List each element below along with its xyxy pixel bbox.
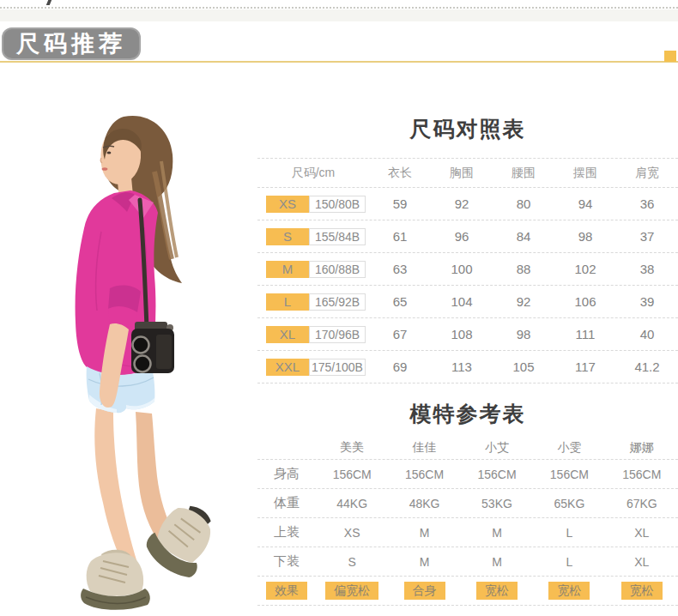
effect-cell: 宽松	[461, 577, 533, 605]
model-value: M	[461, 518, 533, 547]
model-value: 53KG	[461, 489, 533, 517]
model-photo-illustration	[51, 112, 257, 616]
size-spec-box: 175/100B	[309, 359, 366, 376]
column-header: 腰围	[493, 159, 554, 187]
measurement-value: 65	[369, 286, 431, 317]
size-chart-table: 尺码/cm 衣长 胸围 腰围 摆围 肩宽 XS 150/80B 59 92 80…	[257, 158, 678, 383]
measurement-value: 92	[493, 286, 554, 317]
column-header: 尺码/cm	[257, 159, 369, 187]
model-chart-title: 模特参考表	[257, 400, 678, 428]
size-badge: S	[266, 228, 309, 245]
measurement-value: 98	[493, 318, 554, 350]
size-spec-box: 170/96B	[309, 326, 366, 343]
model-value: 156CM	[316, 460, 388, 488]
size-badge: L	[266, 293, 309, 311]
measurement-value: 41.2	[616, 351, 678, 383]
effect-value-badge: 合身	[404, 582, 445, 600]
size-recommendation-page: 尺码推荐	[0, 0, 678, 616]
model-value: 156CM	[533, 460, 605, 488]
table-row: XXL 175/100B 69 113 105 117 41.2	[257, 351, 678, 383]
top-light-band	[0, 9, 678, 21]
model-value: L	[533, 547, 605, 576]
model-value: M	[461, 547, 533, 576]
model-value: 67KG	[606, 489, 678, 517]
gold-corner-square	[664, 51, 676, 62]
model-chart-header-row: 美美 佳佳 小艾 小雯 娜娜	[257, 436, 678, 460]
measurement-value: 100	[431, 253, 493, 285]
column-header: 肩宽	[616, 159, 678, 187]
model-value: 156CM	[461, 460, 533, 488]
measurement-value: 59	[369, 188, 431, 220]
size-label-cell: S 155/84B	[257, 220, 369, 252]
measurement-value: 92	[431, 188, 493, 220]
table-row: S 155/84B 61 96 84 98 37	[257, 220, 678, 253]
table-row: 体重 44KG 48KG 53KG 65KG 67KG	[257, 489, 678, 518]
measurement-value: 84	[493, 220, 554, 252]
size-label-cell: XL 170/96B	[257, 318, 369, 350]
section-title-badge: 尺码推荐	[2, 27, 141, 60]
size-label-cell: XS 150/80B	[257, 188, 369, 220]
model-value: XL	[606, 547, 678, 576]
table-row: 上装 XS M M L XL	[257, 518, 678, 547]
table-row: 身高 156CM 156CM 156CM 156CM 156CM	[257, 460, 678, 489]
effect-cell: 宽松	[533, 577, 605, 605]
row-label: 上装	[257, 518, 316, 547]
size-label-cell: L 165/92B	[257, 286, 369, 317]
measurement-value: 37	[616, 220, 678, 252]
measurement-value: 108	[431, 318, 493, 350]
effect-cell: 偏宽松	[316, 577, 388, 605]
effect-value-badge: 宽松	[621, 582, 663, 600]
model-value: 65KG	[533, 489, 605, 517]
effect-value-badge: 宽松	[548, 582, 590, 600]
effect-value-badge: 偏宽松	[325, 582, 378, 600]
column-header	[257, 436, 316, 459]
model-value: 156CM	[606, 460, 678, 488]
measurement-value: 102	[554, 253, 616, 285]
table-row-effect: 效果 偏宽松 合身 宽松 宽松 宽松	[257, 577, 678, 606]
top-dotted-divider	[0, 7, 678, 9]
measurement-value: 98	[554, 220, 616, 252]
size-spec-box: 155/84B	[309, 228, 366, 245]
model-value: 48KG	[388, 489, 460, 517]
size-chart-header-row: 尺码/cm 衣长 胸围 腰围 摆围 肩宽	[257, 158, 678, 188]
measurement-value: 96	[431, 220, 493, 252]
effect-value-badge: 宽松	[476, 582, 518, 600]
row-label: 身高	[257, 460, 316, 488]
measurement-value: 88	[493, 253, 554, 285]
measurement-value: 39	[616, 286, 678, 317]
measurement-value: 111	[554, 318, 616, 350]
model-value: XL	[606, 518, 678, 547]
size-label-cell: M 160/88B	[257, 253, 369, 285]
top-glyph-remnant	[46, 0, 51, 5]
measurement-value: 36	[616, 188, 678, 220]
model-front-leg	[94, 408, 137, 568]
size-spec-box: 150/80B	[309, 196, 366, 213]
model-value: 156CM	[388, 460, 460, 488]
size-chart-title: 尺码对照表	[257, 115, 678, 143]
measurement-value: 113	[431, 351, 493, 383]
measurement-value: 38	[616, 253, 678, 285]
measurement-value: 117	[554, 351, 616, 383]
table-row: XL 170/96B 67 108 98 111 40	[257, 318, 678, 351]
section-title-text: 尺码推荐	[16, 28, 126, 59]
column-header: 娜娜	[606, 436, 678, 459]
table-row: L 165/92B 65 104 92 106 39	[257, 286, 678, 318]
measurement-value: 106	[554, 286, 616, 317]
table-row: XS 150/80B 59 92 80 94 36	[257, 188, 678, 220]
measurement-value: 63	[369, 253, 431, 285]
measurement-value: 61	[369, 220, 431, 252]
row-label: 体重	[257, 489, 316, 517]
measurement-value: 94	[554, 188, 616, 220]
effect-cell: 合身	[388, 577, 460, 605]
effect-label-badge: 效果	[266, 582, 307, 600]
measurement-value: 104	[431, 286, 493, 317]
model-photo	[51, 112, 257, 616]
column-header: 小雯	[533, 436, 605, 459]
table-row: 下装 S M M L XL	[257, 547, 678, 577]
column-header: 衣长	[369, 159, 431, 187]
effect-cell: 宽松	[606, 577, 678, 605]
table-row: M 160/88B 63 100 88 102 38	[257, 253, 678, 286]
front-boot	[81, 550, 150, 610]
size-badge: XL	[266, 326, 309, 343]
size-spec-box: 165/92B	[309, 293, 366, 311]
